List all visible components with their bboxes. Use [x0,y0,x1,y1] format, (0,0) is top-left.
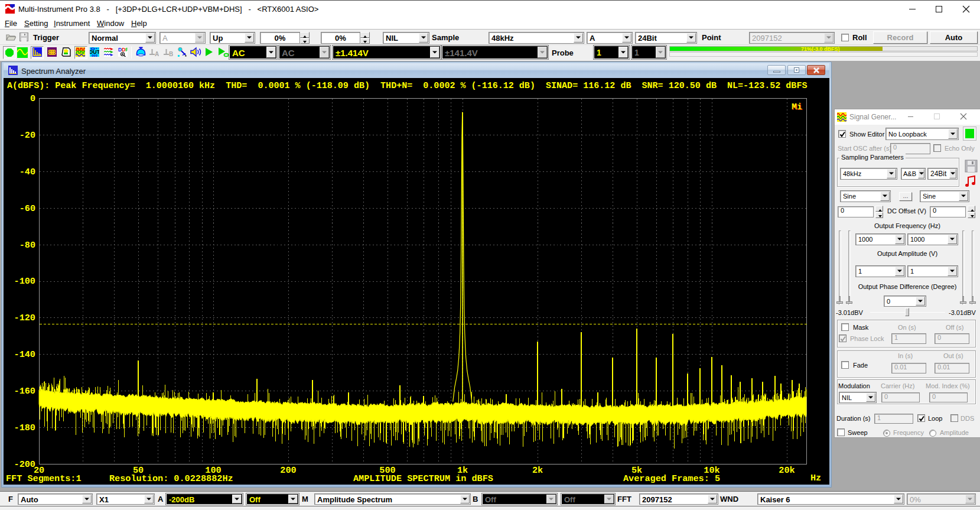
svg-text:DDP: DDP [118,47,128,53]
svg-text:200: 200 [280,465,296,476]
svg-text:B: B [169,51,173,57]
svg-text:FFT Segments:1: FFT Segments:1 [6,473,82,484]
svg-text:-160: -160 [14,386,35,397]
svg-text:-80: -80 [19,240,35,251]
svg-text:000: 000 [92,54,97,57]
svg-text:-200: -200 [14,459,35,470]
svg-text:AMPLITUDE SPECTRUM in dBFS: AMPLITUDE SPECTRUM in dBFS [353,473,493,484]
svg-text:20k: 20k [779,465,795,476]
svg-text:A: A [155,51,159,57]
svg-text:-60: -60 [19,203,35,214]
svg-text:2k: 2k [532,465,543,476]
svg-text:-180: -180 [14,423,35,433]
svg-text:A(dBFS): Peak Frequency= 1.00: A(dBFS): Peak Frequency= 1.0000160 kHz T… [7,80,807,91]
svg-text:0: 0 [30,93,35,104]
svg-text:Averaged Frames: 5: Averaged Frames: 5 [623,473,720,484]
svg-text:Hz: Hz [810,473,821,483]
svg-text:Resolution: 0.0228882Hz: Resolution: 0.0228882Hz [109,473,233,484]
svg-text:Mi: Mi [792,102,802,112]
svg-text:888: 888 [48,49,56,57]
svg-text:-100: -100 [14,276,35,287]
svg-text:-40: -40 [19,167,35,177]
svg-text:-120: -120 [14,313,35,323]
svg-text:-20: -20 [19,130,35,141]
svg-text:-140: -140 [14,349,35,360]
